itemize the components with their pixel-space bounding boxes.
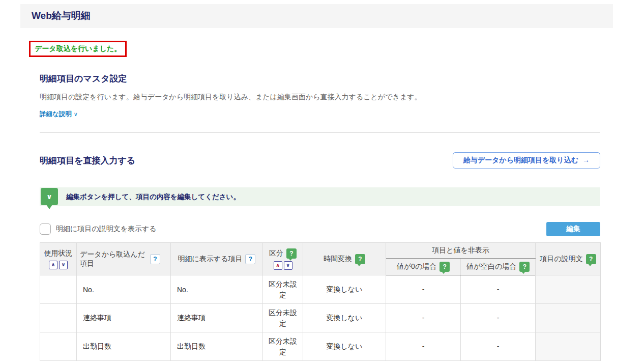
- column-header-usage: 使用状況 ∧ ∨: [40, 243, 77, 275]
- import-success-message: データ取込を行いました。: [29, 41, 127, 57]
- guide-message: 編集ボタンを押して、項目の内容を編集してください。: [66, 192, 240, 202]
- column-header-imported-item: データから取込んだ項目 ?: [77, 243, 171, 275]
- show-description-checkbox-label: 明細に項目の説明文を表示する: [56, 225, 157, 234]
- column-header-description: 項目の説明文 ?: [536, 243, 601, 275]
- description-cell: [536, 275, 601, 304]
- column-header-category: 区分 ? ∧ ∨: [263, 243, 303, 275]
- category-cell: 区分未設定: [263, 275, 303, 304]
- import-from-payroll-label: 給与データから明細項目を取り込む: [463, 156, 578, 164]
- column-header-hide-group: 項目と値を非表示: [386, 243, 536, 259]
- when-zero-cell: -: [386, 332, 461, 361]
- imported-item-cell: 出勤日数: [77, 332, 171, 361]
- edit-button[interactable]: 編集: [546, 222, 600, 236]
- when-zero-cell: -: [386, 275, 461, 304]
- section-divider: [40, 132, 600, 133]
- guide-bubble-icon: ∨: [41, 188, 58, 205]
- description-cell: [536, 304, 601, 332]
- detail-explanation-label: 詳細な説明: [40, 110, 72, 118]
- direct-input-heading: 明細項目を直接入力する: [40, 155, 135, 166]
- column-header-time-conversion: 時間変換 ?: [303, 243, 386, 275]
- arrow-right-icon: →: [582, 156, 590, 164]
- help-icon[interactable]: ?: [586, 254, 596, 264]
- column-header-when-blank: 値が空白の場合 ?: [461, 259, 536, 275]
- column-header-display-item: 明細に表示する項目 ?: [171, 243, 263, 275]
- master-settings-description: 明細項目の設定を行います。給与データから明細項目を取り込み、または編集画面から直…: [40, 93, 600, 102]
- items-table: 使用状況 ∧ ∨ データから取込んだ項目 ? 明細に表示する: [40, 242, 601, 361]
- time-conversion-cell: 変換しない: [303, 332, 386, 361]
- category-header-label: 区分: [269, 249, 283, 258]
- category-cell: 区分未設定: [263, 304, 303, 332]
- display-item-header-label: 明細に表示する項目: [178, 255, 243, 264]
- sort-up-button[interactable]: ∧: [274, 261, 282, 270]
- display-item-cell: No.: [171, 275, 263, 304]
- table-row: 連絡事項 連絡事項 区分未設定 変換しない - -: [40, 304, 601, 332]
- time-conversion-cell: 変換しない: [303, 304, 386, 332]
- show-description-checkbox[interactable]: [40, 224, 51, 235]
- master-settings-heading: 明細項目のマスタ設定: [40, 73, 600, 85]
- table-row: No. No. 区分未設定 変換しない - -: [40, 275, 601, 304]
- when-zero-header-label: 値が0の場合: [397, 262, 436, 271]
- usage-cell: [40, 304, 77, 332]
- imported-item-header-label: データから取込んだ項目: [80, 250, 147, 268]
- when-blank-cell: -: [461, 304, 536, 332]
- sort-up-button[interactable]: ∧: [49, 261, 57, 269]
- category-cell: 区分未設定: [263, 332, 303, 361]
- main-content: 明細項目のマスタ設定 明細項目の設定を行います。給与データから明細項目を取り込み…: [40, 73, 600, 361]
- show-description-checkbox-row[interactable]: 明細に項目の説明文を表示する: [40, 224, 157, 235]
- help-icon[interactable]: ?: [519, 262, 530, 272]
- page-title: Web給与明細: [32, 9, 613, 22]
- when-blank-header-label: 値が空白の場合: [466, 262, 517, 271]
- description-header-label: 項目の説明文: [540, 255, 582, 264]
- help-icon[interactable]: ?: [150, 254, 160, 264]
- sort-down-button[interactable]: ∨: [284, 261, 292, 270]
- time-conversion-cell: 変換しない: [303, 275, 386, 304]
- sort-down-button[interactable]: ∨: [59, 261, 68, 269]
- help-icon[interactable]: ?: [286, 248, 297, 259]
- imported-item-cell: No.: [77, 275, 171, 304]
- when-blank-cell: -: [461, 332, 536, 361]
- help-icon[interactable]: ?: [355, 254, 365, 264]
- chevron-down-icon: ∨: [46, 192, 52, 201]
- usage-cell: [40, 332, 77, 361]
- page-title-bar: Web給与明細: [20, 4, 613, 28]
- chevron-down-icon: ∨: [74, 111, 78, 117]
- description-cell: [536, 332, 601, 361]
- table-row: 出勤日数 出勤日数 区分未設定 変換しない - -: [40, 332, 601, 361]
- display-item-cell: 出勤日数: [171, 332, 263, 361]
- imported-item-cell: 連絡事項: [77, 304, 171, 332]
- import-from-payroll-button[interactable]: 給与データから明細項目を取り込む→: [453, 152, 600, 169]
- help-icon[interactable]: ?: [440, 262, 450, 272]
- usage-cell: [40, 275, 77, 304]
- usage-header-label: 使用状況: [44, 249, 73, 258]
- detail-explanation-link[interactable]: 詳細な説明∨: [40, 110, 78, 119]
- hide-group-header-label: 項目と値を非表示: [432, 246, 489, 254]
- when-zero-cell: -: [386, 304, 461, 332]
- guide-banner: ∨ 編集ボタンを押して、項目の内容を編集してください。: [40, 187, 600, 206]
- display-item-cell: 連絡事項: [171, 304, 263, 332]
- time-conversion-header-label: 時間変換: [324, 255, 352, 264]
- when-blank-cell: -: [461, 275, 536, 304]
- help-icon[interactable]: ?: [245, 254, 255, 264]
- column-header-when-zero: 値が0の場合 ?: [386, 259, 461, 275]
